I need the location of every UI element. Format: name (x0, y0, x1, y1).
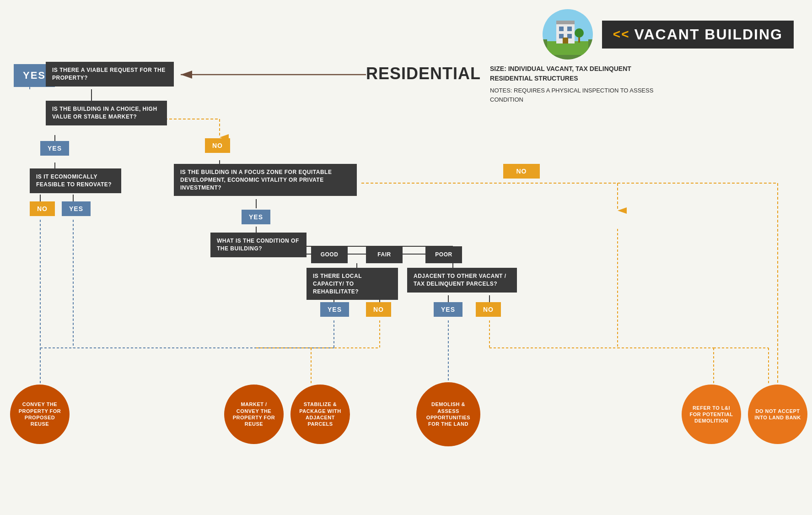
no-q2: NO (205, 138, 230, 153)
question-7-box: ADJACENT TO OTHER VACANT / TAX DELINQUEN… (407, 268, 517, 293)
svg-rect-56 (567, 27, 572, 31)
vacant-building-title: << VACANT BUILDING (602, 21, 794, 49)
outcome-stabilize: STABILIZE & PACKAGE WITH ADJACENT PARCEL… (290, 385, 350, 444)
no-q3: NO (30, 201, 55, 216)
yes-q3: YES (62, 201, 91, 216)
no-q4: NO (503, 164, 540, 179)
question-6-box: IS THERE LOCAL CAPACITY/ TO REHABILITATE… (307, 268, 398, 300)
question-4-box: IS THE BUILDING IN A FOCUS ZONE FOR EQUI… (174, 164, 357, 196)
outcome-market-convey: MARKET / CONVEY THE PROPERTY FOR REUSE (224, 385, 284, 444)
building-icon (543, 9, 593, 60)
answer-fair: FAIR (366, 246, 403, 263)
question-2-box: IS THE BUILDING IN A CHOICE, HIGH VALUE … (46, 101, 167, 125)
svg-rect-54 (556, 21, 575, 24)
header-area: << VACANT BUILDING (543, 9, 794, 60)
outcome-convey-property: CONVEY THE PROPERTY FOR PROPOSED REUSE (10, 385, 70, 444)
answer-poor: POOR (425, 246, 462, 263)
question-3-box: IS IT ECONOMICALLY FEASIBLE TO RENOVATE? (30, 168, 121, 193)
question-1-box: IS THERE A VIABLE REQUEST FOR THE PROPER… (46, 62, 174, 87)
outcome-demolish: DEMOLISH & ASSESS OPPORTUNITIES FOR THE … (416, 382, 480, 446)
yes-q2: YES (40, 141, 69, 156)
outcome-do-not-accept: DO NOT ACCEPT INTO LAND BANK (748, 385, 807, 444)
residential-section: RESIDENTIAL SIZE: INDIVIDUAL VACANT, TAX… (366, 64, 664, 104)
residential-label: RESIDENTIAL (366, 64, 481, 83)
yes-q7: YES (434, 302, 462, 317)
notes-info: NOTES: REQUIRES A PHYSICAL INSPECTION TO… (490, 86, 664, 104)
size-info: SIZE: INDIVIDUAL VACANT, TAX DELINQUENT … (490, 64, 664, 83)
diagram-container: << VACANT BUILDING RESIDENTIAL SIZE: IND… (0, 0, 812, 515)
svg-rect-59 (563, 38, 568, 43)
no-q6: NO (366, 302, 391, 317)
no-q7: NO (476, 302, 501, 317)
vacant-building-label: VACANT BUILDING (635, 26, 783, 43)
arrows-icon: << (613, 27, 630, 42)
yes-q4: YES (242, 210, 270, 224)
svg-rect-55 (559, 27, 564, 31)
residential-info: SIZE: INDIVIDUAL VACANT, TAX DELINQUENT … (490, 64, 664, 104)
yes-q6: YES (320, 302, 349, 317)
svg-point-61 (575, 28, 584, 38)
outcome-refer-lni: REFER TO L&I FOR POTENTIAL DEMOLITION (682, 385, 741, 444)
answer-good: GOOD (311, 246, 348, 263)
question-5-box: WHAT IS THE CONDITION OF THE BUILDING? (210, 233, 307, 257)
